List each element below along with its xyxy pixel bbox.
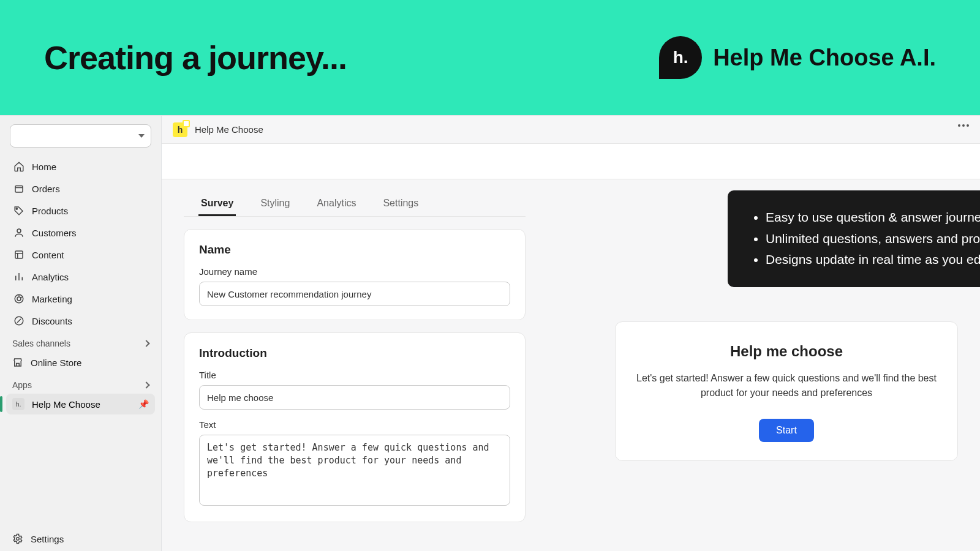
nav-label: Discounts <box>32 316 72 326</box>
nav-analytics[interactable]: Analytics <box>7 266 154 287</box>
nav-label: Analytics <box>32 272 69 282</box>
section-label: Sales channels <box>12 339 70 348</box>
main-area: h Help Me Choose Survey Styling Analytic… <box>162 116 980 551</box>
discounts-icon <box>13 315 24 326</box>
sidebar: Home Orders Products Customers Content A… <box>0 116 162 551</box>
nav-label: Content <box>32 250 64 260</box>
section-label: Apps <box>12 380 32 390</box>
section-sales-channels[interactable]: Sales channels <box>6 331 155 352</box>
content-area: Survey Styling Analytics Settings Name J… <box>162 179 980 534</box>
svg-point-5 <box>17 297 21 301</box>
intro-card-title: Introduction <box>199 347 510 360</box>
customers-icon <box>13 227 24 238</box>
tab-settings[interactable]: Settings <box>380 190 421 216</box>
sidebar-app-help-me-choose[interactable]: h. Help Me Choose 📌 <box>6 394 155 414</box>
store-icon <box>12 357 23 368</box>
nav-label: Online Store <box>31 358 81 368</box>
more-actions-button[interactable] <box>958 124 969 127</box>
orders-icon <box>13 183 24 194</box>
name-card-title: Name <box>199 243 510 257</box>
start-button[interactable]: Start <box>759 419 814 442</box>
nav-discounts[interactable]: Discounts <box>7 310 154 331</box>
tab-survey[interactable]: Survey <box>198 190 236 216</box>
name-card: Name Journey name <box>184 229 526 320</box>
nav-content[interactable]: Content <box>7 244 154 265</box>
brand-logo-icon: h. <box>659 36 702 79</box>
pin-icon[interactable]: 📌 <box>138 399 149 409</box>
svg-point-2 <box>17 229 21 233</box>
introduction-card: Introduction Title Text <box>184 332 526 522</box>
nav-label: Products <box>32 206 68 216</box>
app-name-label: Help Me Choose <box>195 124 263 135</box>
banner-title: Creating a journey... <box>44 39 347 77</box>
nav-products[interactable]: Products <box>7 200 154 221</box>
nav-label: Customers <box>32 228 77 238</box>
app-thumb-icon: h. <box>12 398 24 410</box>
editor-tabs: Survey Styling Analytics Settings <box>184 190 526 217</box>
nav-online-store[interactable]: Online Store <box>6 352 155 373</box>
app-badge-icon: h <box>173 122 187 137</box>
app-shell: Home Orders Products Customers Content A… <box>0 115 980 551</box>
intro-title-input[interactable] <box>199 385 510 410</box>
journey-name-input[interactable] <box>199 282 510 306</box>
svg-rect-0 <box>15 186 23 193</box>
svg-point-7 <box>17 538 20 541</box>
app-header: h Help Me Choose <box>162 116 980 144</box>
home-icon <box>13 161 24 172</box>
nav-settings[interactable]: Settings <box>6 527 155 551</box>
nav-label: Marketing <box>32 294 72 304</box>
settings-label: Settings <box>31 534 64 544</box>
svg-point-1 <box>16 208 17 209</box>
editor-column: Survey Styling Analytics Settings Name J… <box>184 190 526 534</box>
section-apps[interactable]: Apps <box>6 373 155 394</box>
nav-marketing[interactable]: Marketing <box>7 288 154 309</box>
caret-down-icon <box>138 134 145 138</box>
intro-text-input[interactable] <box>199 435 510 506</box>
tooltip-bullet: Designs update in real time as you edit <box>766 250 980 270</box>
chevron-right-icon <box>143 381 149 388</box>
analytics-icon <box>13 271 24 282</box>
preview-card: Help me choose Let's get started! Answer… <box>615 321 958 461</box>
store-selector[interactable] <box>10 124 151 148</box>
preview-title: Help me choose <box>634 343 939 360</box>
tab-styling[interactable]: Styling <box>258 190 292 216</box>
intro-text-label: Text <box>199 419 510 430</box>
tooltip-bullet: Easy to use question & answer journey ed… <box>766 208 980 228</box>
brand-name: Help Me Choose A.I. <box>713 45 936 71</box>
nav-customers[interactable]: Customers <box>7 222 154 243</box>
chevron-right-icon <box>143 340 149 347</box>
content-icon <box>13 249 24 260</box>
marketing-icon <box>13 293 24 304</box>
tab-analytics[interactable]: Analytics <box>314 190 358 216</box>
feature-callout-tooltip: Easy to use question & answer journey ed… <box>728 190 980 287</box>
app-item-label: Help Me Choose <box>32 399 100 410</box>
nav-home[interactable]: Home <box>7 156 154 177</box>
primary-nav: Home Orders Products Customers Content A… <box>6 156 155 331</box>
preview-text: Let's get started! Answer a few quick qu… <box>634 371 939 400</box>
gear-icon <box>12 533 23 544</box>
products-icon <box>13 205 24 216</box>
promo-banner: Creating a journey... h. Help Me Choose … <box>0 0 980 115</box>
nav-label: Home <box>32 162 56 172</box>
nav-orders[interactable]: Orders <box>7 178 154 199</box>
sub-toolbar <box>162 144 980 179</box>
banner-brand-block: h. Help Me Choose A.I. <box>659 36 936 79</box>
svg-rect-3 <box>15 251 23 258</box>
intro-title-label: Title <box>199 370 510 380</box>
brand-logo-text: h. <box>673 48 688 67</box>
tooltip-bullet: Unlimited questions, answers and product… <box>766 229 980 249</box>
journey-name-label: Journey name <box>199 266 510 277</box>
nav-label: Orders <box>32 184 60 194</box>
